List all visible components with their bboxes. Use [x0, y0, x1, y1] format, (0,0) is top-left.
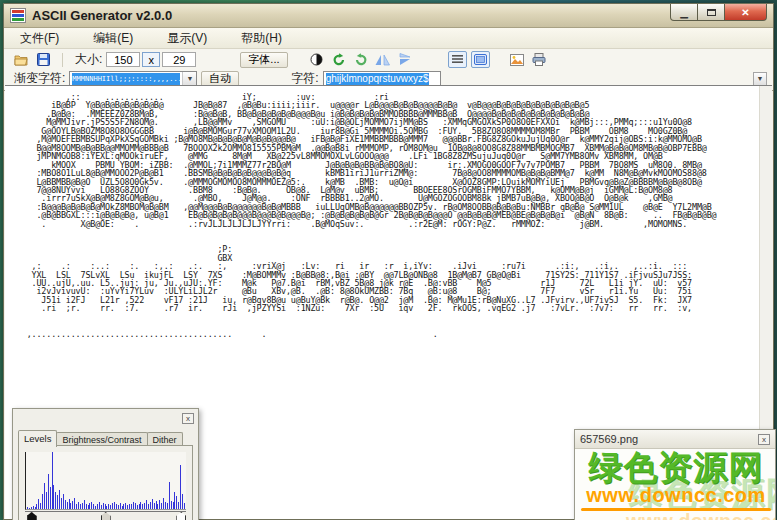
histogram-bar — [110, 505, 111, 509]
preview-close-button[interactable]: x — [758, 434, 770, 445]
preview-image: 绿色资源网 www.downcc.com 绿色资源网 www.downcc.co… — [575, 449, 775, 520]
levels-window: x Levels Brightness/Contrast Dither — [12, 408, 199, 520]
histogram-bar — [61, 498, 62, 509]
printer-icon — [532, 53, 546, 66]
chevron-down-icon[interactable]: ▼ — [182, 72, 196, 86]
preview-window: 657569.png x 绿色资源网 www.downcc.com 绿色资源网 … — [574, 429, 776, 520]
histogram-bar — [29, 508, 30, 509]
levels-close-button[interactable]: x — [182, 413, 194, 424]
histogram-bar — [72, 501, 73, 509]
font-button[interactable]: 字体... — [240, 52, 287, 68]
watermark-underline — [581, 508, 771, 511]
text-view-toggle[interactable] — [448, 51, 467, 68]
preview-title-bar[interactable]: 657569.png x — [575, 430, 775, 449]
rotate-right-icon — [354, 53, 368, 66]
histogram-bar — [89, 503, 90, 509]
histogram-bar — [44, 483, 45, 509]
histogram-bar — [157, 504, 158, 509]
histogram-bar — [88, 505, 89, 509]
preview-title: 657569.png — [580, 433, 638, 445]
watermark-main: 绿色资源网 www.downcc.com — [579, 449, 773, 511]
open-file-button[interactable] — [13, 52, 29, 67]
gradient-chars-value[interactable]: MMMNNHHIIll;;;:::::,,,,......... — [72, 73, 180, 85]
histogram-bar — [173, 502, 174, 509]
invert-icon — [310, 53, 323, 66]
histogram-bar — [142, 504, 143, 509]
open-folder-icon — [14, 54, 29, 66]
histogram-bar — [69, 499, 70, 509]
flip-vertical-button[interactable] — [397, 52, 413, 67]
histogram-bar — [105, 504, 106, 509]
histogram-bar — [171, 501, 172, 509]
height-input[interactable] — [162, 52, 196, 67]
histogram-bar — [123, 504, 124, 509]
width-input[interactable] — [106, 52, 140, 67]
histogram-bar — [178, 502, 179, 509]
histogram-bar — [150, 502, 151, 509]
histogram-bar — [101, 505, 102, 509]
histogram — [25, 452, 186, 510]
chevron-down-icon[interactable]: ▼ — [753, 72, 767, 86]
text-lines-icon — [452, 54, 463, 65]
close-button[interactable]: ✕ — [725, 4, 767, 21]
histogram-bar — [95, 506, 96, 509]
histogram-bar — [114, 502, 115, 509]
histogram-bar — [144, 503, 145, 509]
tab-levels[interactable]: Levels — [18, 430, 57, 447]
toolbar-separator — [62, 53, 63, 67]
histogram-bar — [40, 503, 41, 509]
histogram-bar — [140, 502, 141, 509]
watermark-url-text: www.downcc.com — [579, 485, 773, 505]
levels-slider — [25, 511, 186, 520]
invert-button[interactable] — [309, 52, 325, 67]
rotate-right-button[interactable] — [353, 52, 369, 67]
histogram-bar — [167, 503, 168, 509]
size-label: 大小: — [75, 51, 102, 68]
histogram-bar — [137, 505, 138, 509]
app-window: ASCII Generator v2.0.0 ▁ ✕ 文件(F) 编辑(E) 显… — [3, 3, 774, 520]
histogram-bar — [129, 504, 130, 509]
histogram-bar — [135, 503, 136, 509]
flip-vertical-icon — [398, 53, 411, 66]
image-view-toggle[interactable] — [471, 51, 490, 68]
histogram-bar — [42, 494, 43, 509]
histogram-bar — [125, 503, 126, 509]
histogram-bar — [99, 502, 100, 509]
histogram-bar — [180, 465, 181, 509]
print-button[interactable] — [531, 52, 547, 67]
histogram-bar — [174, 492, 175, 509]
flip-horizontal-icon — [375, 54, 390, 66]
histogram-bar — [82, 503, 83, 509]
menu-help[interactable]: 帮助(H) — [237, 28, 286, 49]
histogram-bar — [48, 474, 49, 509]
histogram-bar — [184, 503, 185, 509]
maximize-button[interactable] — [698, 4, 725, 21]
menu-edit[interactable]: 编辑(E) — [89, 28, 137, 49]
slider-track — [25, 511, 186, 512]
maximize-icon — [707, 9, 716, 16]
rotate-left-button[interactable] — [331, 52, 347, 67]
picture-button[interactable] — [509, 52, 525, 67]
menu-view[interactable]: 显示(V) — [163, 28, 211, 49]
menu-file[interactable]: 文件(F) — [16, 28, 63, 49]
histogram-bar — [127, 505, 128, 509]
watermark-cn-text: 绿色资源网 — [579, 449, 773, 485]
histogram-bar — [80, 504, 81, 509]
title-bar[interactable]: ASCII Generator v2.0.0 ▁ ✕ — [4, 4, 773, 28]
histogram-bar — [55, 492, 56, 509]
histogram-bar — [65, 500, 66, 509]
histogram-bar — [70, 503, 71, 509]
flip-horizontal-button[interactable] — [375, 52, 391, 67]
slider-handle-black[interactable] — [27, 512, 37, 520]
save-button[interactable] — [35, 52, 51, 67]
slider-handle-midtone[interactable] — [101, 512, 111, 520]
slider-handle-white[interactable] — [176, 512, 186, 520]
window-title: ASCII Generator v2.0.0 — [32, 8, 172, 23]
histogram-bar — [176, 496, 177, 509]
histogram-bar — [93, 504, 94, 509]
histogram-bar — [76, 504, 77, 509]
histogram-bar — [59, 490, 60, 509]
histogram-bar — [139, 504, 140, 509]
chars-value[interactable]: ghijklmnopqrstuvwxyz$ — [326, 73, 429, 85]
minimize-button[interactable]: ▁ — [670, 4, 698, 21]
